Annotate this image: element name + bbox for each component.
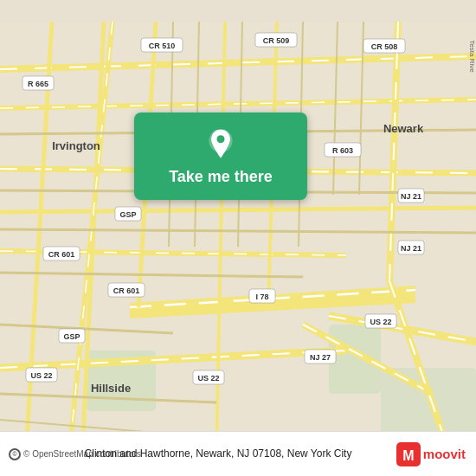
svg-text:I 78: I 78	[255, 293, 268, 301]
map-container: CR 510 CR 509 CR 508 R 665 Irvington New…	[0, 0, 476, 476]
svg-text:US 22: US 22	[197, 374, 219, 383]
svg-text:US 22: US 22	[30, 371, 52, 380]
svg-text:GSP: GSP	[119, 210, 136, 219]
svg-text:US 22: US 22	[370, 318, 391, 326]
svg-text:CR 601: CR 601	[48, 250, 75, 259]
bottom-bar: © © OpenStreetMap contributors Clinton a…	[0, 431, 476, 476]
svg-text:NJ 21: NJ 21	[401, 192, 421, 201]
moovit-icon: M	[396, 442, 421, 466]
svg-text:Hillside: Hillside	[91, 382, 131, 395]
svg-text:M: M	[402, 448, 414, 463]
svg-text:NJ 21: NJ 21	[401, 244, 421, 253]
svg-text:CR 509: CR 509	[263, 36, 290, 45]
moovit-brand-text: moovit	[423, 447, 466, 461]
moovit-logo: M moovit	[396, 442, 466, 466]
map-svg: CR 510 CR 509 CR 508 R 665 Irvington New…	[0, 0, 476, 476]
svg-text:CR 508: CR 508	[371, 42, 398, 51]
button-label: Take me there	[169, 168, 273, 186]
svg-text:Newark: Newark	[383, 122, 424, 135]
svg-text:R 665: R 665	[28, 80, 48, 88]
svg-text:Testa Rive: Testa Rive	[468, 40, 476, 73]
osm-icon: ©	[9, 448, 21, 460]
svg-text:GSP: GSP	[63, 332, 80, 341]
location-pin-icon	[203, 128, 238, 163]
svg-text:CR 601: CR 601	[113, 286, 140, 295]
bottom-left-section: © © OpenStreetMap contributors	[9, 448, 85, 460]
svg-point-84	[216, 135, 224, 143]
svg-text:Irvington: Irvington	[52, 139, 100, 152]
svg-text:NJ 27: NJ 27	[310, 353, 331, 362]
address-text: Clinton and Hawthorne, Newark, NJ 07108,…	[85, 447, 396, 461]
take-me-there-button[interactable]: Take me there	[134, 113, 307, 200]
svg-text:R 603: R 603	[332, 146, 353, 155]
svg-text:CR 510: CR 510	[149, 42, 176, 50]
